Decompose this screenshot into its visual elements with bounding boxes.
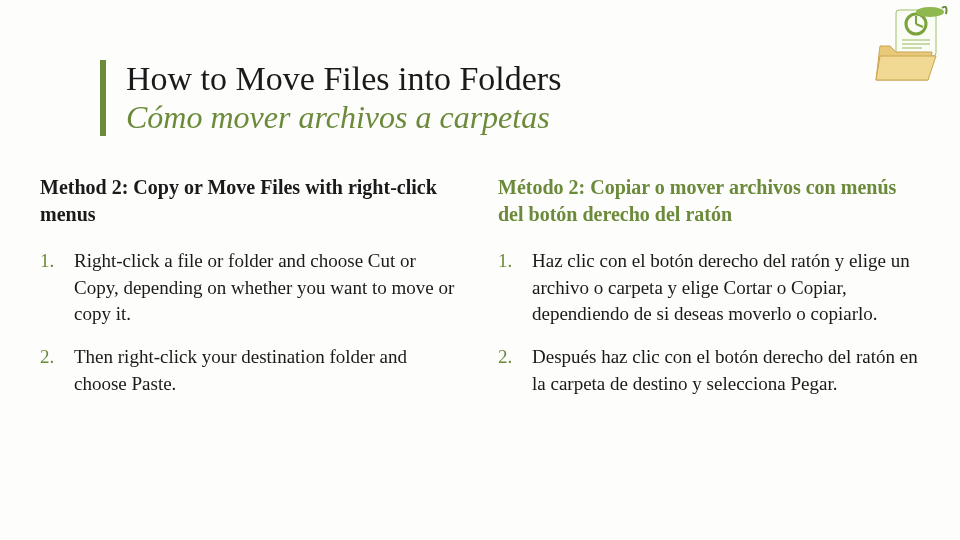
list-item: Then right-click your destination folder… <box>40 344 462 397</box>
content-columns: Method 2: Copy or Move Files with right-… <box>40 174 920 413</box>
method-heading-es: Método 2: Copiar o mover archivos con me… <box>498 174 920 228</box>
method-heading-en: Method 2: Copy or Move Files with right-… <box>40 174 462 228</box>
svg-point-5 <box>916 7 944 17</box>
column-spanish: Método 2: Copiar o mover archivos con me… <box>498 174 920 413</box>
column-english: Method 2: Copy or Move Files with right-… <box>40 174 462 413</box>
steps-list-en: Right-click a file or folder and choose … <box>40 248 462 397</box>
list-item: Después haz clic con el botón derecho de… <box>498 344 920 397</box>
list-item: Right-click a file or folder and choose … <box>40 248 462 328</box>
page-title-en: How to Move Files into Folders <box>126 60 920 97</box>
list-item: Haz clic con el botón derecho del ratón … <box>498 248 920 328</box>
folder-document-icon <box>866 6 952 84</box>
steps-list-es: Haz clic con el botón derecho del ratón … <box>498 248 920 397</box>
slide: How to Move Files into Folders Cómo move… <box>0 0 960 540</box>
page-title-es: Cómo mover archivos a carpetas <box>126 99 920 136</box>
title-block: How to Move Files into Folders Cómo move… <box>100 60 920 136</box>
